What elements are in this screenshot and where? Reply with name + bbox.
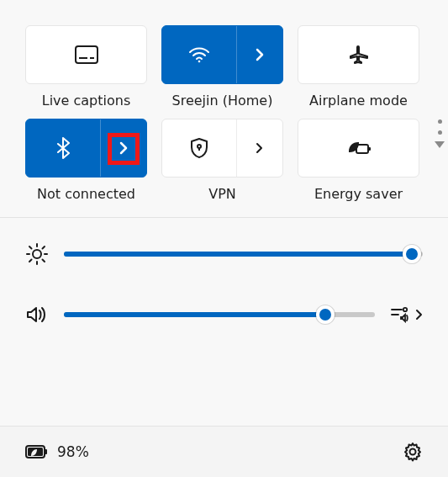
caret-down-icon	[435, 141, 445, 148]
tile-airplane-wrap: Airplane mode	[298, 25, 419, 109]
volume-slider[interactable]	[64, 312, 375, 317]
svg-point-8	[33, 250, 41, 258]
quick-tiles-grid: Live captions	[0, 0, 448, 217]
tile-bluetooth[interactable]	[25, 119, 147, 178]
svg-line-15	[29, 260, 32, 262]
tile-vpn[interactable]	[161, 119, 283, 178]
brightness-fill	[64, 252, 412, 257]
tile-bluetooth-label: Not connected	[37, 186, 135, 202]
leaf-battery-icon	[346, 140, 372, 156]
volume-row	[25, 305, 423, 324]
tile-airplane[interactable]	[298, 25, 419, 84]
captions-icon	[75, 45, 98, 64]
tile-wifi-wrap: Sreejin (Home)	[161, 25, 283, 109]
svg-line-16	[43, 246, 45, 249]
tile-vpn-expand[interactable]	[237, 141, 282, 155]
svg-line-13	[29, 246, 32, 249]
tile-energy[interactable]	[298, 119, 419, 178]
svg-line-14	[43, 260, 45, 262]
battery-percent-text: 98%	[57, 443, 89, 460]
tile-wifi-label: Sreejin (Home)	[172, 93, 273, 109]
volume-thumb[interactable]	[316, 305, 335, 324]
brightness-thumb[interactable]	[403, 245, 421, 263]
airplane-icon	[348, 45, 370, 65]
bottom-bar: 98%	[0, 426, 448, 477]
speaker-icon	[25, 305, 49, 324]
svg-point-3	[198, 61, 201, 63]
svg-point-23	[410, 449, 416, 455]
wifi-icon	[188, 46, 210, 63]
svg-point-19	[403, 308, 407, 311]
tile-vpn-wrap: VPN	[161, 119, 283, 202]
tile-energy-wrap: Energy saver	[298, 119, 419, 202]
chevron-right-icon[interactable]	[415, 309, 423, 321]
svg-point-4	[198, 145, 201, 148]
dot-icon	[438, 130, 442, 135]
battery-icon	[25, 444, 49, 459]
panel-edge-indicator	[435, 119, 445, 148]
chevron-right-icon	[256, 141, 264, 155]
tile-bluetooth-expand[interactable]	[101, 140, 146, 156]
chevron-right-icon	[119, 140, 129, 156]
audio-output-icon[interactable]	[390, 306, 410, 323]
tile-bluetooth-toggle[interactable]	[26, 119, 101, 177]
svg-rect-7	[368, 147, 371, 151]
gear-icon	[403, 442, 423, 462]
tile-wifi-expand[interactable]	[237, 46, 282, 63]
volume-output-group	[390, 306, 423, 323]
dot-icon	[438, 119, 442, 124]
brightness-icon	[25, 243, 49, 265]
quick-settings-panel: Live captions	[0, 0, 448, 477]
brightness-row	[25, 243, 423, 265]
bluetooth-icon	[56, 137, 70, 159]
battery-status[interactable]: 98%	[25, 443, 89, 460]
tile-energy-label: Energy saver	[314, 186, 403, 202]
shield-lock-icon	[190, 137, 208, 159]
settings-button[interactable]	[403, 442, 423, 462]
tile-vpn-toggle[interactable]	[162, 119, 237, 177]
tile-live-captions-label: Live captions	[42, 93, 131, 109]
svg-rect-0	[76, 46, 98, 63]
chevron-right-icon	[255, 46, 265, 63]
tile-live-captions[interactable]	[25, 25, 147, 84]
svg-rect-21	[45, 449, 47, 454]
sliders-section	[0, 218, 448, 342]
tile-wifi-toggle[interactable]	[162, 26, 237, 83]
tile-wifi[interactable]	[161, 25, 283, 84]
tile-vpn-label: VPN	[208, 186, 236, 202]
tile-live-captions-wrap: Live captions	[25, 25, 147, 109]
tile-airplane-label: Airplane mode	[309, 93, 408, 109]
brightness-slider[interactable]	[64, 252, 423, 257]
volume-fill	[64, 312, 325, 317]
tile-bluetooth-wrap: Not connected	[25, 119, 147, 202]
